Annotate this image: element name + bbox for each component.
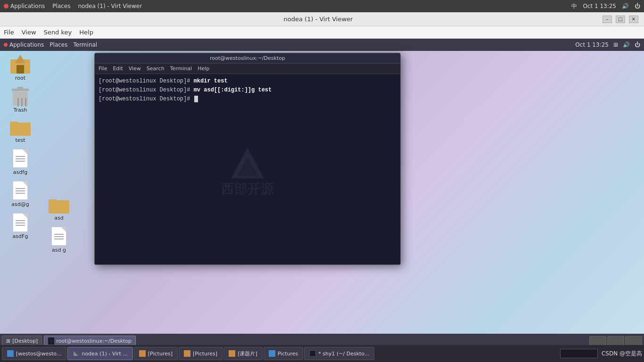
guest-display-icon[interactable]: ⊞ (613, 41, 618, 48)
terminal-menu-help[interactable]: Help (198, 66, 209, 72)
virt-minimize-button[interactable]: – (603, 16, 612, 23)
virt-menubar: File View Send key Help (0, 26, 644, 39)
desktop-icon-asdfg2-label: asdFg (13, 233, 28, 239)
desktop-icon-test[interactable]: test (4, 117, 37, 145)
terminal-window: root@westoslinux:~/Desktop File Edit Vie… (94, 53, 401, 265)
terminal-line-1: [root@westoslinux Desktop]# mkdir test (99, 77, 396, 86)
host-taskbar: [westos@westo... nodea (1) - Virt ... [P… (0, 345, 644, 362)
watermark-text: 西部开源 (221, 180, 274, 198)
host-task-btn-ketipian[interactable]: [课题片] (223, 347, 263, 360)
terminal-menu-file[interactable]: File (99, 66, 107, 72)
desktop-icon-asdfg2[interactable]: asdFg (4, 211, 37, 241)
host-task-label-nodea: nodea (1) - Virt ... (82, 351, 127, 357)
host-task-btn-nodea[interactable]: nodea (1) - Virt ... (67, 347, 132, 360)
red-dot-icon (4, 4, 8, 8)
virt-menu-file[interactable]: File (4, 29, 14, 36)
guest-task-small-1[interactable] (589, 336, 606, 346)
terminal-menu-terminal[interactable]: Terminal (170, 66, 192, 72)
host-clock: Oct 1 13:25 (583, 3, 616, 9)
desktop-icon-asd-g-label: asd g (52, 247, 66, 253)
guest-taskbar-terminal[interactable]: $ root@westoslinux:~/Desktop (44, 336, 136, 346)
virt-menu-help[interactable]: Help (79, 29, 93, 36)
host-task-label-pictures1: [Pictures] (148, 351, 173, 357)
host-task-icon-pictures1 (139, 350, 146, 357)
virt-close-button[interactable]: ✕ (629, 16, 638, 23)
desktop-icon-test-label: test (15, 137, 25, 143)
guest-taskbar-terminal-label: root@westoslinux:~/Desktop (56, 338, 132, 344)
host-task-icon-pictures3 (269, 350, 275, 357)
guest-panel-top: Applications Places Terminal Oct 1 13:25… (0, 39, 644, 51)
host-places-menu[interactable]: Places (52, 3, 70, 9)
virt-title-bar: nodea (1) - Virt Viewer – □ ✕ (0, 12, 644, 26)
terminal-body[interactable]: 西部开源 [root@westoslinux Desktop]# mkdir t… (95, 74, 400, 264)
guest-applications-label: Applications (9, 41, 44, 48)
virt-menu-sendkey[interactable]: Send key (44, 29, 72, 36)
virt-maximize-button[interactable]: □ (616, 16, 625, 23)
desktop-icons-col2: asd asd g (42, 54, 75, 255)
folder-icon-test (10, 119, 31, 136)
folder-icon-asd (49, 197, 69, 214)
guest-terminal-icon: $ (48, 337, 54, 345)
terminal-menubar: File Edit View Search Terminal Help (95, 64, 400, 74)
desktop-icon-asdg[interactable]: asd@g (4, 179, 37, 209)
guest-places-menu[interactable]: Places (50, 41, 67, 48)
host-task-btn-pictures1[interactable]: [Pictures] (134, 347, 178, 360)
guest-task-small-3[interactable] (625, 336, 642, 346)
file-icon-asdfg2 (13, 213, 28, 232)
virt-menu-view[interactable]: View (22, 29, 36, 36)
host-task-label-westos: [westos@westo... (16, 351, 61, 357)
terminal-menu-search[interactable]: Search (147, 66, 165, 72)
host-volume-icon[interactable]: 🔊 (622, 3, 629, 9)
guest-taskbar-desktop[interactable]: ⊞ [Desktop] (2, 336, 42, 346)
host-task-btn-westos[interactable]: [westos@westo... (2, 347, 66, 360)
virt-content: Applications Places Terminal Oct 1 13:25… (0, 39, 644, 362)
guest-desktop-icon: ⊞ (6, 338, 10, 344)
desktop-icon-asdfg-label: asdfg (13, 169, 27, 175)
desktop-icon-asdg-label: asd@g (11, 201, 29, 207)
host-task-icon-shy1 (309, 350, 316, 357)
file-icon-asdfg (13, 149, 28, 168)
host-power-icon[interactable]: ⏻ (635, 3, 640, 9)
desktop-icon-asd-g[interactable]: asd g (42, 225, 75, 255)
guest-volume-icon[interactable]: 🔊 (623, 41, 630, 48)
terminal-menu-edit[interactable]: Edit (113, 66, 123, 72)
host-task-btn-pictures2[interactable]: [Pictures] (179, 347, 223, 360)
host-csdn-label: CSDN @空是高 (602, 350, 642, 358)
desktop-icon-asd-label: asd (54, 215, 63, 221)
watermark-logo (229, 146, 266, 183)
guest-red-dot (4, 43, 8, 47)
host-applications-menu[interactable]: Applications (4, 3, 45, 9)
host-task-right: CSDN @空是高 (560, 349, 642, 358)
desktop-icon-trash[interactable]: Trash (4, 85, 37, 115)
desktop-icon-root-label: root (15, 75, 25, 81)
guest-terminal-menu[interactable]: Terminal (73, 41, 97, 48)
desktop-icon-trash-label: Trash (13, 107, 27, 113)
host-search-input[interactable] (560, 349, 598, 358)
svg-marker-1 (237, 157, 258, 176)
terminal-line-3: [root@westoslinux Desktop]# (99, 95, 396, 104)
svg-marker-0 (231, 148, 264, 179)
host-task-btn-pictures3[interactable]: Pictures (264, 347, 304, 360)
home-icon (10, 56, 30, 74)
host-task-label-ketipian: [课题片] (238, 350, 257, 357)
guest-applications-menu[interactable]: Applications (4, 41, 44, 48)
host-topbar: Applications Places nodea (1) - Virt Vie… (0, 0, 644, 12)
desktop-icons-col1: root Tr (4, 54, 37, 241)
host-task-icon-westos (7, 350, 14, 357)
guest-clock: Oct 1 13:25 (575, 41, 609, 48)
host-task-btn-shy1[interactable]: * shy1 (~/ Deskto... (304, 347, 374, 360)
host-task-label-pictures3: Pictures (278, 351, 298, 357)
desktop-icon-root[interactable]: root (4, 54, 37, 83)
host-kbd-indicator: 中 (571, 2, 577, 10)
desktop-icon-asdfg[interactable]: asdfg (4, 147, 37, 177)
desktop-icon-asd[interactable]: asd (42, 195, 75, 223)
guest-task-small-2[interactable] (607, 336, 624, 346)
virt-window-controls: – □ ✕ (603, 16, 638, 23)
guest-taskbar-desktop-label: [Desktop] (12, 338, 38, 344)
host-task-label-shy1: * shy1 (~/ Deskto... (318, 351, 369, 357)
host-task-icon-ketipian (229, 350, 235, 357)
virt-viewer-window: nodea (1) - Virt Viewer – □ ✕ File View … (0, 12, 644, 362)
host-task-label-pictures2: [Pictures] (193, 351, 217, 357)
terminal-menu-view[interactable]: View (129, 66, 141, 72)
guest-power-icon[interactable]: ⏻ (635, 41, 640, 48)
